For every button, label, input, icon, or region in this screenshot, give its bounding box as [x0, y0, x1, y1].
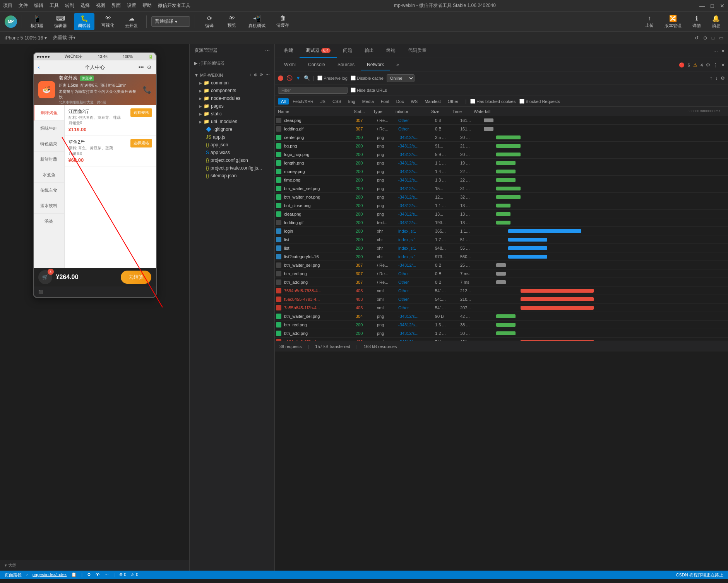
network-row[interactable]: length.png200png-34312/s...1.1 ...19 ... — [275, 159, 728, 167]
online-select[interactable]: Online Slow 3G Fast 3G Offline — [387, 74, 415, 82]
menu-item-goto[interactable]: 转到 — [65, 2, 74, 9]
tree-project-config[interactable]: {} project.config.json — [190, 156, 274, 164]
type-all[interactable]: All — [278, 98, 289, 105]
menu-item-file[interactable]: 文件 — [19, 2, 28, 9]
open-editors-toggle[interactable]: ▶ 打开的编辑器 — [190, 59, 274, 68]
network-row[interactable]: clear.png307/ Re...Other0 B161... — [275, 116, 728, 125]
explorer-more-icon[interactable]: ⋯ — [265, 48, 270, 53]
tab-terminal[interactable]: 终端 — [380, 44, 402, 58]
network-rows-container[interactable]: clear.png307/ Re...Other0 B161...lodding… — [275, 116, 728, 341]
type-other[interactable]: Other — [445, 98, 462, 105]
menu-item-select[interactable]: 选择 — [81, 2, 90, 9]
type-doc[interactable]: Doc — [393, 98, 407, 105]
more-project-icon[interactable]: ⋯ — [266, 72, 270, 77]
nav-scan-btn[interactable]: ⊙ — [147, 64, 151, 70]
clear-button[interactable]: 🚫 — [286, 75, 293, 81]
filter-input[interactable] — [278, 87, 348, 94]
preserve-log-checkbox[interactable] — [317, 75, 322, 81]
debugger-button[interactable]: 🐛 调试器 — [74, 13, 94, 30]
menu-item-help[interactable]: 帮助 — [142, 2, 152, 9]
tree-sitemap[interactable]: {} sitemap.json — [190, 172, 274, 180]
has-blocked-checkbox[interactable] — [470, 99, 475, 104]
inner-tab-wxml[interactable]: Wxml — [278, 60, 302, 70]
search-button[interactable]: 🔍 — [304, 75, 310, 81]
network-row[interactable]: btn_waiter_nor.png200png-34312/s...12...… — [275, 193, 728, 201]
network-row[interactable]: bg.png200png-34312/s...91...21 ... — [275, 142, 728, 150]
type-font[interactable]: Font — [378, 98, 392, 105]
category-boiled[interactable]: 水煮鱼 — [34, 167, 64, 183]
menu-item-settings[interactable]: 设置 — [127, 2, 136, 9]
disable-cache-checkbox[interactable] — [351, 75, 356, 81]
network-row[interactable]: list200xhrindex.js:1948...55 ... — [275, 244, 728, 252]
dish-1-btn[interactable]: 选择规格 — [130, 139, 152, 147]
circle-icon[interactable]: ⊙ — [703, 35, 707, 41]
menu-item-project[interactable]: 项目 — [3, 2, 12, 9]
tab-debugger[interactable]: 调试器 6,4 — [300, 44, 337, 58]
filter-button[interactable]: ▼ — [296, 75, 301, 81]
network-row[interactable]: list?categoryId=16200xhrindex.js:1973...… — [275, 252, 728, 261]
menu-bar[interactable]: 项目 文件 编辑 工具 转到 选择 视图 界面 设置 帮助 微信开发者工具 — [3, 2, 190, 9]
close-devtools-icon[interactable]: ✕ — [721, 48, 725, 54]
blocked-req-checkbox[interactable] — [519, 99, 524, 104]
blocked-req-label[interactable]: Blocked Requests — [519, 99, 560, 104]
simulator-button[interactable]: 📱 模拟器 — [27, 13, 47, 30]
expand-icon[interactable]: ⋯ — [713, 48, 718, 54]
disable-cache-label[interactable]: Disable cache — [351, 75, 384, 81]
col-time-header[interactable]: Time — [451, 109, 472, 114]
project-toggle[interactable]: ▼ MP-WEIXIN + ⊕ ⟳ ⋯ — [190, 71, 274, 79]
type-manifest[interactable]: Manifest — [421, 98, 444, 105]
network-row[interactable]: logo_ruiji.png200png-34312/s...5.9 ...20… — [275, 150, 728, 159]
nav-more-btn[interactable]: ••• — [139, 64, 144, 70]
settings-icon[interactable]: ⚙ — [706, 62, 710, 68]
maximize-button[interactable]: □ — [709, 3, 715, 9]
menu-item-view[interactable]: 视图 — [96, 2, 105, 9]
more-icon[interactable]: ⋮ — [713, 62, 718, 68]
menu-item-edit[interactable]: 编辑 — [34, 2, 43, 9]
close-icon[interactable]: ✕ — [721, 62, 725, 68]
download-icon[interactable]: ↓ — [715, 75, 718, 81]
network-row[interactable]: lodding.gif200text...-34312/s...193...13… — [275, 218, 728, 227]
path-value[interactable]: pages/index/index — [33, 572, 67, 578]
hide-data-checkbox[interactable] — [351, 87, 356, 93]
network-row[interactable]: 7a55b845-1f2b-4...403xmlOther541...207..… — [275, 304, 728, 312]
col-name-header[interactable]: Name — [275, 109, 352, 114]
cart-icon-wrapper[interactable]: 🛒 3 — [38, 270, 52, 284]
phone-bottom-home[interactable]: ⬛ — [38, 290, 43, 294]
window-controls[interactable]: — □ ✕ — [699, 3, 725, 9]
col-waterfall-header[interactable]: Waterfall 500000 ms 1000000 ms — [472, 109, 728, 114]
compile-button[interactable]: ⟳ 编译 — [200, 13, 219, 30]
tree-pages[interactable]: ▶ 📁 pages — [190, 102, 274, 110]
tree-project-private[interactable]: {} project.private.config.js... — [190, 164, 274, 172]
record-button[interactable] — [278, 75, 283, 81]
refresh-icon[interactable]: ↺ — [695, 35, 699, 41]
inner-tab-console[interactable]: Console — [302, 60, 331, 70]
tree-gitignore[interactable]: 🔷 .gitignore — [190, 125, 274, 133]
close-button[interactable]: ✕ — [719, 3, 725, 9]
real-test-button[interactable]: 📲 真机调试 — [245, 13, 269, 30]
version-button[interactable]: 🔀 版本管理 — [661, 13, 685, 30]
inner-tab-sources[interactable]: Sources — [331, 60, 361, 70]
type-js[interactable]: JS — [317, 98, 329, 105]
network-row[interactable]: f5ac8455-4793-4...403xmlOther541...210..… — [275, 295, 728, 304]
network-row[interactable]: btn_red.png307/ Re...Other0 B7 ms — [275, 269, 728, 278]
network-row[interactable]: btn_add.png307/ Re...Other0 B7 ms — [275, 278, 728, 286]
more-status-icon[interactable]: ⋯ — [104, 572, 109, 578]
network-row[interactable]: btn_waiter_sel.png304png-34312/s...90 B4… — [275, 312, 728, 321]
network-row[interactable]: list200xhrindex.js:11.7 ...51 ... — [275, 235, 728, 244]
category-fish[interactable]: 焗味烤鱼 — [34, 105, 64, 121]
add-folder-icon[interactable]: ⊕ — [254, 72, 257, 77]
network-row[interactable]: btn_waiter_sel.png200png-34312/s...15...… — [275, 184, 728, 193]
category-drinks[interactable]: 酒水饮料 — [34, 198, 64, 214]
type-xhr[interactable]: Fetch/XHR — [289, 98, 317, 105]
network-row[interactable]: btn_waiter_sel.png307/ Re...-34312/...0 … — [275, 261, 728, 269]
clean-button[interactable]: 🗑 清缓存 — [272, 13, 293, 30]
outline-label[interactable]: ▾ 大纲 — [5, 562, 17, 568]
preserve-log-label[interactable]: Preserve log — [317, 75, 348, 81]
copy-icon[interactable]: 📋 — [71, 572, 77, 578]
has-blocked-label[interactable]: Has blocked cookies — [470, 99, 516, 104]
category-staple[interactable]: 传统主食 — [34, 183, 64, 198]
tree-static[interactable]: ▶ 📁 static — [190, 110, 274, 118]
col-size-header[interactable]: Size — [430, 109, 451, 114]
network-row[interactable]: btn_add.png200png-34312/s...1.2 ...30 ..… — [275, 329, 728, 338]
col-init-header[interactable]: Initiator — [393, 109, 430, 114]
